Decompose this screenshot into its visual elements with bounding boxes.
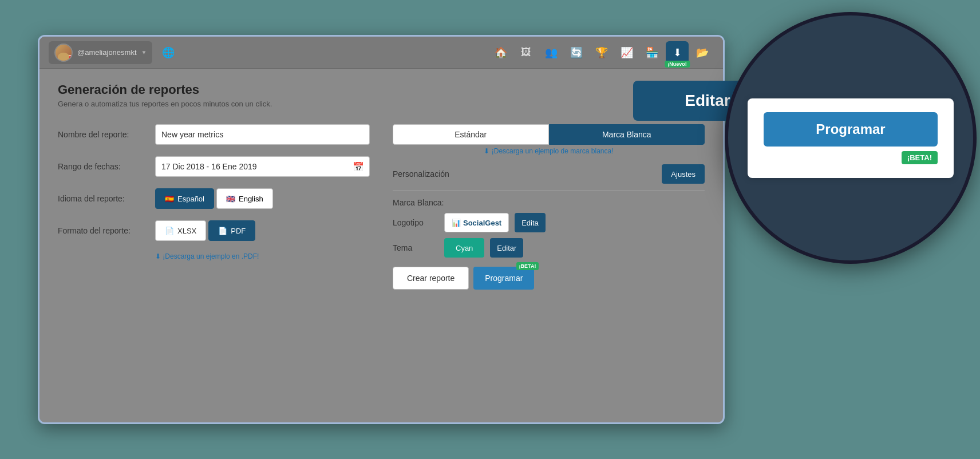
beta-badge-container: ¡BETA! [764,151,938,164]
es-flag-icon: 🇪🇸 [165,195,174,203]
pdf-icon: 📄 [218,227,227,235]
nav-bar: @ameliajonesmkt ▼ 🌐 🏠 🖼 👥 🔄 🏆 📈 🏪 ⬇ ¡Nue… [39,37,723,69]
home-nav-button[interactable]: 🏠 [489,41,512,64]
tema-label: Tema [393,243,438,252]
nombre-input[interactable] [155,124,370,145]
logotipo-label: Logotipo [393,218,438,227]
es-label: Español [177,195,204,203]
lang-buttons: 🇪🇸 Español 🇬🇧 English [155,188,273,209]
pdf-label: PDF [231,227,246,235]
chart-nav-button[interactable]: 📈 [615,41,638,64]
marca-blanca-section: Marca Blanca: Logotipo 📊 SocialGest Edit… [393,191,705,258]
image-nav-button[interactable]: 🖼 [515,41,538,64]
nombre-row: Nombre del reporte: [58,124,370,145]
logo-text: SocialGest [463,219,501,227]
page-subtitle: Genera o automatiza tus reportes en poco… [58,100,705,108]
folder-nav-button[interactable]: 📂 [691,41,714,64]
format-buttons: 📄 XLSX 📄 PDF [155,220,255,241]
editar-label: Editar [685,92,730,109]
nombre-label: Nombre del reporte: [58,130,155,139]
username-label: @ameliajonesmkt [77,48,137,57]
tema-cyan-button[interactable]: Cyan [444,238,484,258]
ajustes-button[interactable]: Ajustes [662,164,705,184]
zoom-content: Programar ¡BETA! [748,98,954,178]
trophy-nav-button[interactable]: 🏆 [590,41,613,64]
instagram-badge [66,55,73,62]
action-buttons: Crear reporte Programar ¡BETA! [393,267,705,290]
formato-row: Formato del reporte: 📄 XLSX 📄 PDF [58,220,370,241]
tema-row: Tema Cyan Editar [393,238,705,258]
lang-es-button[interactable]: 🇪🇸 Español [155,188,214,209]
main-content: Generación de reportes Genera o automati… [39,69,723,303]
marca-download-link[interactable]: ⬇ ¡Descarga un ejemplo de marca blanca! [393,147,705,155]
dropdown-arrow-icon: ▼ [141,49,147,56]
logo-icon: 📊 [452,219,461,227]
user-profile[interactable]: @ameliajonesmkt ▼ [49,41,152,64]
format-pdf-button[interactable]: 📄 PDF [208,220,255,241]
type-marca-blanca-button[interactable]: Marca Blanca [549,124,705,145]
en-label: English [239,195,263,203]
form-layout: Nombre del reporte: Rango de fechas: 📅 I… [58,124,705,290]
avatar [54,43,73,62]
format-xlsx-button[interactable]: 📄 XLSX [155,220,206,241]
date-input[interactable] [155,156,370,177]
programar-large-label: Programar [816,121,885,137]
download-nav-button[interactable]: ⬇ ¡Nuevo! [666,41,689,64]
personalizacion-row: Personalización Ajustes [393,164,705,184]
programar-large-button[interactable]: Programar [764,112,938,147]
rango-row: Rango de fechas: 📅 [58,156,370,177]
form-left: Nombre del reporte: Rango de fechas: 📅 I… [58,124,370,290]
logo-row: Logotipo 📊 SocialGest Edita [393,213,705,232]
beta-badge-large: ¡BETA! [902,151,938,164]
xlsx-icon: 📄 [165,227,174,235]
rango-label: Rango de fechas: [58,162,155,171]
nuevo-badge: ¡Nuevo! [665,61,690,68]
history-nav-button[interactable]: 🔄 [565,41,588,64]
xlsx-label: XLSX [177,227,196,235]
beta-badge-small: ¡BETA! [516,262,539,270]
programar-label: Programar [485,274,523,283]
zoom-circle: Programar ¡BETA! [725,12,977,264]
lang-en-button[interactable]: 🇬🇧 English [216,188,273,209]
app-window: @ameliajonesmkt ▼ 🌐 🏠 🖼 👥 🔄 🏆 📈 🏪 ⬇ ¡Nue… [38,35,725,424]
nav-icons: 🏠 🖼 👥 🔄 🏆 📈 🏪 ⬇ ¡Nuevo! 📂 [489,41,714,64]
globe-button[interactable]: 🌐 [157,41,180,64]
en-flag-icon: 🇬🇧 [226,195,235,203]
type-estandar-button[interactable]: Estándar [393,124,549,145]
edit-logo-button[interactable]: Edita [515,213,546,232]
formato-label: Formato del reporte: [58,226,155,235]
form-right: Estándar Marca Blanca ⬇ ¡Descarga un eje… [393,124,705,290]
marca-blanca-title: Marca Blanca: [393,198,705,207]
users-nav-button[interactable]: 👥 [540,41,563,64]
crear-reporte-button[interactable]: Crear reporte [393,267,469,290]
page-title: Generación de reportes [58,82,705,97]
date-input-wrapper: 📅 [155,156,370,177]
idioma-label: Idioma del reporte: [58,194,155,203]
edit-tema-button[interactable]: Editar [490,238,523,258]
programar-button[interactable]: Programar ¡BETA! [473,267,534,290]
personalizacion-label: Personalización [393,169,662,179]
logo-display: 📊 SocialGest [444,213,509,232]
idioma-row: Idioma del reporte: 🇪🇸 Español 🇬🇧 Englis… [58,188,370,209]
store-nav-button[interactable]: 🏪 [641,41,663,64]
download-pdf-link[interactable]: ⬇ ¡Descarga un ejemplo en .PDF! [155,252,370,260]
type-buttons: Estándar Marca Blanca [393,124,705,145]
